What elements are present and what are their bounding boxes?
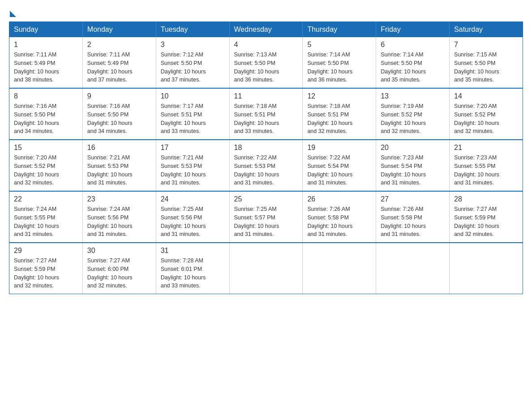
calendar-cell: 12 Sunrise: 7:18 AMSunset: 5:51 PMDaylig… <box>303 88 376 140</box>
weekday-header-saturday: Saturday <box>450 22 523 38</box>
day-number: 15 <box>14 144 78 152</box>
day-info: Sunrise: 7:27 AMSunset: 5:59 PMDaylight:… <box>454 205 518 239</box>
day-info: Sunrise: 7:15 AMSunset: 5:50 PMDaylight:… <box>454 51 518 84</box>
day-number: 3 <box>161 41 225 49</box>
calendar-cell: 8 Sunrise: 7:16 AMSunset: 5:50 PMDayligh… <box>9 88 83 140</box>
day-number: 5 <box>307 41 371 49</box>
day-number: 8 <box>14 92 78 100</box>
calendar-cell: 2 Sunrise: 7:11 AMSunset: 5:49 PMDayligh… <box>82 37 156 88</box>
day-info: Sunrise: 7:16 AMSunset: 5:50 PMDaylight:… <box>14 102 78 136</box>
day-number: 18 <box>234 144 298 152</box>
week-row-5: 29 Sunrise: 7:27 AMSunset: 5:59 PMDaylig… <box>9 243 523 294</box>
day-number: 16 <box>87 144 151 152</box>
calendar-cell: 26 Sunrise: 7:26 AMSunset: 5:58 PMDaylig… <box>303 191 376 243</box>
week-row-4: 22 Sunrise: 7:24 AMSunset: 5:55 PMDaylig… <box>9 191 523 243</box>
day-number: 1 <box>14 41 78 49</box>
weekday-header-thursday: Thursday <box>303 22 376 38</box>
week-row-1: 1 Sunrise: 7:11 AMSunset: 5:49 PMDayligh… <box>9 37 523 88</box>
day-number: 4 <box>234 41 298 49</box>
calendar-table: SundayMondayTuesdayWednesdayThursdayFrid… <box>9 21 523 294</box>
calendar-cell: 24 Sunrise: 7:25 AMSunset: 5:56 PMDaylig… <box>156 191 229 243</box>
day-info: Sunrise: 7:14 AMSunset: 5:50 PMDaylight:… <box>381 51 445 84</box>
day-number: 21 <box>454 144 518 152</box>
weekday-header-monday: Monday <box>82 22 156 38</box>
week-row-3: 15 Sunrise: 7:20 AMSunset: 5:52 PMDaylig… <box>9 140 523 191</box>
day-number: 24 <box>161 195 225 203</box>
day-info: Sunrise: 7:18 AMSunset: 5:51 PMDaylight:… <box>234 102 298 136</box>
day-info: Sunrise: 7:28 AMSunset: 6:01 PMDaylight:… <box>161 257 225 290</box>
day-info: Sunrise: 7:21 AMSunset: 5:53 PMDaylight:… <box>87 154 151 187</box>
calendar-cell: 4 Sunrise: 7:13 AMSunset: 5:50 PMDayligh… <box>229 37 303 88</box>
day-info: Sunrise: 7:21 AMSunset: 5:53 PMDaylight:… <box>161 154 225 187</box>
day-info: Sunrise: 7:20 AMSunset: 5:52 PMDaylight:… <box>454 102 518 136</box>
day-number: 9 <box>87 92 151 100</box>
day-number: 14 <box>454 92 518 100</box>
day-number: 26 <box>307 195 371 203</box>
day-number: 6 <box>381 41 445 49</box>
weekday-header-wednesday: Wednesday <box>229 22 303 38</box>
week-row-2: 8 Sunrise: 7:16 AMSunset: 5:50 PMDayligh… <box>9 88 523 140</box>
day-info: Sunrise: 7:13 AMSunset: 5:50 PMDaylight:… <box>234 51 298 84</box>
calendar-cell: 15 Sunrise: 7:20 AMSunset: 5:52 PMDaylig… <box>9 140 83 191</box>
calendar-cell: 10 Sunrise: 7:17 AMSunset: 5:51 PMDaylig… <box>156 88 229 140</box>
day-info: Sunrise: 7:23 AMSunset: 5:54 PMDaylight:… <box>381 154 445 187</box>
day-info: Sunrise: 7:19 AMSunset: 5:52 PMDaylight:… <box>381 102 445 136</box>
day-number: 27 <box>381 195 445 203</box>
day-info: Sunrise: 7:18 AMSunset: 5:51 PMDaylight:… <box>307 102 371 136</box>
day-number: 22 <box>14 195 78 203</box>
calendar-cell: 11 Sunrise: 7:18 AMSunset: 5:51 PMDaylig… <box>229 88 303 140</box>
weekday-header-row: SundayMondayTuesdayWednesdayThursdayFrid… <box>9 22 523 38</box>
calendar-cell <box>376 243 450 294</box>
day-number: 11 <box>234 92 298 100</box>
calendar-cell: 22 Sunrise: 7:24 AMSunset: 5:55 PMDaylig… <box>9 191 83 243</box>
calendar-cell: 17 Sunrise: 7:21 AMSunset: 5:53 PMDaylig… <box>156 140 229 191</box>
weekday-header-friday: Friday <box>376 22 450 38</box>
calendar-cell: 6 Sunrise: 7:14 AMSunset: 5:50 PMDayligh… <box>376 37 450 88</box>
logo-triangle-icon <box>10 11 16 17</box>
day-number: 7 <box>454 41 518 49</box>
day-number: 20 <box>381 144 445 152</box>
day-number: 13 <box>381 92 445 100</box>
calendar-cell: 7 Sunrise: 7:15 AMSunset: 5:50 PMDayligh… <box>450 37 523 88</box>
day-info: Sunrise: 7:25 AMSunset: 5:57 PMDaylight:… <box>234 205 298 239</box>
day-number: 19 <box>307 144 371 152</box>
day-number: 12 <box>307 92 371 100</box>
calendar-cell: 25 Sunrise: 7:25 AMSunset: 5:57 PMDaylig… <box>229 191 303 243</box>
calendar-cell: 14 Sunrise: 7:20 AMSunset: 5:52 PMDaylig… <box>450 88 523 140</box>
day-number: 10 <box>161 92 225 100</box>
day-info: Sunrise: 7:11 AMSunset: 5:49 PMDaylight:… <box>87 51 151 84</box>
calendar-cell: 23 Sunrise: 7:24 AMSunset: 5:56 PMDaylig… <box>82 191 156 243</box>
day-info: Sunrise: 7:25 AMSunset: 5:56 PMDaylight:… <box>161 205 225 239</box>
day-number: 23 <box>87 195 151 203</box>
day-number: 29 <box>14 247 78 255</box>
calendar-cell: 18 Sunrise: 7:22 AMSunset: 5:53 PMDaylig… <box>229 140 303 191</box>
day-number: 28 <box>454 195 518 203</box>
day-info: Sunrise: 7:27 AMSunset: 6:00 PMDaylight:… <box>87 257 151 290</box>
calendar-cell: 31 Sunrise: 7:28 AMSunset: 6:01 PMDaylig… <box>156 243 229 294</box>
day-number: 31 <box>161 247 225 255</box>
day-number: 25 <box>234 195 298 203</box>
calendar-cell: 27 Sunrise: 7:26 AMSunset: 5:58 PMDaylig… <box>376 191 450 243</box>
day-info: Sunrise: 7:22 AMSunset: 5:54 PMDaylight:… <box>307 154 371 187</box>
day-info: Sunrise: 7:17 AMSunset: 5:51 PMDaylight:… <box>161 102 225 136</box>
day-info: Sunrise: 7:23 AMSunset: 5:55 PMDaylight:… <box>454 154 518 187</box>
calendar-cell: 30 Sunrise: 7:27 AMSunset: 6:00 PMDaylig… <box>82 243 156 294</box>
calendar-cell: 28 Sunrise: 7:27 AMSunset: 5:59 PMDaylig… <box>450 191 523 243</box>
calendar-cell: 5 Sunrise: 7:14 AMSunset: 5:50 PMDayligh… <box>303 37 376 88</box>
calendar-cell: 19 Sunrise: 7:22 AMSunset: 5:54 PMDaylig… <box>303 140 376 191</box>
day-info: Sunrise: 7:20 AMSunset: 5:52 PMDaylight:… <box>14 154 78 187</box>
calendar-cell <box>229 243 303 294</box>
day-info: Sunrise: 7:26 AMSunset: 5:58 PMDaylight:… <box>381 205 445 239</box>
day-info: Sunrise: 7:27 AMSunset: 5:59 PMDaylight:… <box>14 257 78 290</box>
day-number: 17 <box>161 144 225 152</box>
day-number: 30 <box>87 247 151 255</box>
day-info: Sunrise: 7:22 AMSunset: 5:53 PMDaylight:… <box>234 154 298 187</box>
calendar-cell: 13 Sunrise: 7:19 AMSunset: 5:52 PMDaylig… <box>376 88 450 140</box>
calendar-cell: 9 Sunrise: 7:16 AMSunset: 5:50 PMDayligh… <box>82 88 156 140</box>
day-info: Sunrise: 7:24 AMSunset: 5:56 PMDaylight:… <box>87 205 151 239</box>
calendar-cell: 21 Sunrise: 7:23 AMSunset: 5:55 PMDaylig… <box>450 140 523 191</box>
day-info: Sunrise: 7:24 AMSunset: 5:55 PMDaylight:… <box>14 205 78 239</box>
calendar-cell: 1 Sunrise: 7:11 AMSunset: 5:49 PMDayligh… <box>9 37 83 88</box>
calendar-cell: 16 Sunrise: 7:21 AMSunset: 5:53 PMDaylig… <box>82 140 156 191</box>
calendar-cell: 3 Sunrise: 7:12 AMSunset: 5:50 PMDayligh… <box>156 37 229 88</box>
